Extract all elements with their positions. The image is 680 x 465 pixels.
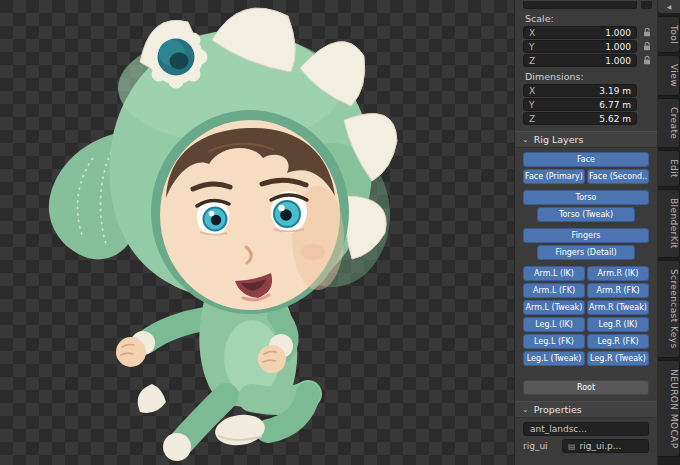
rig-button-face-secondary[interactable]: Face (Second... <box>587 169 649 184</box>
clipped-value-field[interactable] <box>523 1 637 9</box>
chevron-down-icon: ⌄ <box>522 405 529 414</box>
rig-button-arm-r-tweak[interactable]: Arm.R (Tweak) <box>587 300 649 315</box>
rig-button-fingers-detail[interactable]: Fingers (Detail) <box>537 245 635 260</box>
dimensions-x-field[interactable]: X 3.19 m <box>523 84 637 97</box>
rig-button-face-primary[interactable]: Face (Primary) <box>523 169 585 184</box>
rig-button-face[interactable]: Face <box>523 152 649 167</box>
rig-ui-value: rig_ui.p... <box>580 441 622 451</box>
dimensions-x-row: X 3.19 m <box>523 84 653 97</box>
properties-title: Properties <box>534 404 582 415</box>
clipped-field-row <box>523 1 653 9</box>
rig-layers-panel-header[interactable]: ⌄ Rig Layers <box>515 131 657 148</box>
rig-button-arm-l-fk[interactable]: Arm.L (FK) <box>523 283 585 298</box>
tab-view[interactable]: View <box>658 55 680 96</box>
tab-edit[interactable]: Edit <box>658 150 680 187</box>
dimensions-label: Dimensions: <box>525 71 657 82</box>
lock-open-icon <box>642 27 652 38</box>
tab-neuron-mocap[interactable]: NEURON MOCAP <box>658 360 680 457</box>
scale-z-field[interactable]: Z 1.000 <box>523 54 637 67</box>
tab-blenderkit[interactable]: BlenderKit <box>658 189 680 258</box>
rig-button-leg-l-ik[interactable]: Leg.L (IK) <box>523 317 585 332</box>
3d-viewport[interactable] <box>0 0 514 465</box>
rig-ui-field[interactable]: ▤ rig_ui.p... <box>562 439 649 453</box>
sidebar-panel: Scale: X 1.000 Y 1.000 Z 1.000 <box>514 0 657 465</box>
blender-window: Scale: X 1.000 Y 1.000 Z 1.000 <box>0 0 680 465</box>
rig-button-arm-l-tweak[interactable]: Arm.L (Tweak) <box>523 300 585 315</box>
rig-button-arm-r-ik[interactable]: Arm.R (IK) <box>587 266 649 281</box>
lock-open-icon <box>642 55 652 66</box>
chevron-down-icon: ⌄ <box>522 135 529 144</box>
sidebar-tabs: ◀ Tool View Create Edit BlenderKit Scree… <box>658 0 680 465</box>
scale-y-lock[interactable] <box>640 41 653 52</box>
dimensions-z-row: Z 5.62 m <box>523 112 653 125</box>
rig-layers-title: Rig Layers <box>534 134 584 145</box>
scale-label: Scale: <box>525 13 657 24</box>
dimensions-z-field[interactable]: Z 5.62 m <box>523 112 637 125</box>
tab-screencast-keys[interactable]: Screencast Keys <box>658 260 680 358</box>
rig-button-torso[interactable]: Torso <box>523 190 649 205</box>
scale-x-lock[interactable] <box>640 27 653 38</box>
rig-button-fingers[interactable]: Fingers <box>523 228 649 243</box>
scale-z-row: Z 1.000 <box>523 54 653 67</box>
tab-create[interactable]: Create <box>658 98 680 148</box>
rig-button-leg-l-fk[interactable]: Leg.L (FK) <box>523 334 585 349</box>
rig-button-leg-r-fk[interactable]: Leg.R (FK) <box>587 334 649 349</box>
scale-x-row: X 1.000 <box>523 26 653 39</box>
character-model[interactable] <box>0 0 514 465</box>
rig-ui-row: rig_ui ▤ rig_ui.p... <box>523 439 649 453</box>
rig-button-root[interactable]: Root <box>523 380 649 395</box>
lock-open-icon <box>642 41 652 52</box>
id-selector-field[interactable]: ant_landsc... <box>523 422 649 436</box>
rig-button-leg-r-tweak[interactable]: Leg.R (Tweak) <box>587 351 649 366</box>
sidebar-collapse-tab[interactable]: ◀ <box>658 0 680 13</box>
scale-x-field[interactable]: X 1.000 <box>523 26 637 39</box>
rig-button-leg-r-ik[interactable]: Leg.R (IK) <box>587 317 649 332</box>
text-file-icon: ▤ <box>568 442 576 451</box>
rig-button-torso-tweak[interactable]: Torso (Tweak) <box>537 207 635 222</box>
properties-panel-header[interactable]: ⌄ Properties <box>515 401 657 418</box>
tab-tool[interactable]: Tool <box>658 16 680 53</box>
rig-button-leg-l-tweak[interactable]: Leg.L (Tweak) <box>523 351 585 366</box>
rig-ui-label: rig_ui <box>523 441 557 451</box>
lock-open-icon[interactable] <box>641 1 652 9</box>
dimensions-y-row: Y 6.77 m <box>523 98 653 111</box>
scale-y-row: Y 1.000 <box>523 40 653 53</box>
rig-button-arm-r-fk[interactable]: Arm.R (FK) <box>587 283 649 298</box>
scale-z-lock[interactable] <box>640 55 653 66</box>
dimensions-y-field[interactable]: Y 6.77 m <box>523 98 637 111</box>
collapse-arrow-icon: ◀ <box>667 3 672 10</box>
scale-y-field[interactable]: Y 1.000 <box>523 40 637 53</box>
rig-button-arm-l-ik[interactable]: Arm.L (IK) <box>523 266 585 281</box>
